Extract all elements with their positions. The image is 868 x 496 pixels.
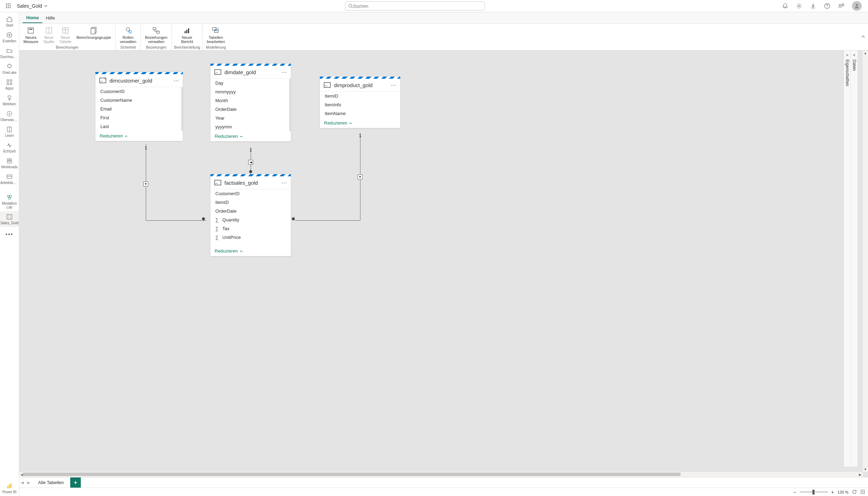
- svg-point-9: [349, 4, 352, 7]
- download-icon: [810, 3, 816, 9]
- notifications-button[interactable]: [782, 3, 788, 9]
- svg-rect-0: [6, 3, 7, 5]
- search-icon: [348, 3, 353, 8]
- feedback-button[interactable]: [838, 3, 844, 9]
- app-launcher[interactable]: [0, 0, 17, 12]
- svg-rect-5: [10, 5, 11, 6]
- svg-rect-2: [10, 3, 11, 5]
- bell-icon: [782, 3, 788, 9]
- svg-point-14: [856, 4, 858, 6]
- download-button[interactable]: [810, 3, 816, 9]
- document-title: Sales_Gold: [17, 3, 42, 9]
- person-feedback-icon: [838, 3, 844, 9]
- svg-rect-7: [8, 7, 9, 8]
- svg-rect-3: [6, 5, 7, 6]
- svg-point-13: [839, 5, 841, 6]
- chevron-down-icon: [44, 4, 48, 8]
- search-input[interactable]: [353, 3, 482, 9]
- settings-button[interactable]: [796, 3, 802, 9]
- document-title-dropdown[interactable]: Sales_Gold: [17, 3, 48, 9]
- search-box[interactable]: [345, 1, 485, 10]
- svg-point-11: [798, 5, 800, 7]
- svg-line-10: [351, 7, 353, 8]
- svg-rect-6: [6, 7, 7, 8]
- svg-rect-1: [8, 3, 9, 5]
- account-avatar[interactable]: [852, 1, 862, 11]
- help-button[interactable]: [824, 3, 830, 9]
- waffle-icon: [6, 3, 11, 8]
- svg-rect-4: [8, 5, 9, 6]
- person-icon: [854, 3, 860, 9]
- question-icon: [824, 3, 830, 9]
- svg-rect-8: [10, 7, 11, 8]
- gear-icon: [796, 3, 802, 9]
